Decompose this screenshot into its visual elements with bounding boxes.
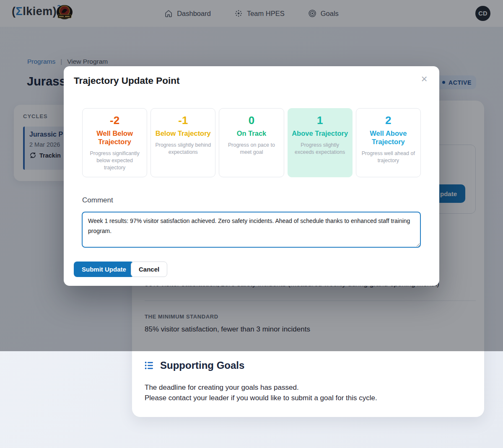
supporting-goals-line1: The deadline for creating your goals has… (145, 382, 377, 393)
list-icon (145, 361, 154, 370)
submit-update-button[interactable]: Submit Update (74, 262, 134, 277)
trajectory-option--1[interactable]: -1Below TrajectoryProgress slightly behi… (150, 108, 215, 177)
app-screen: (Σlkiem)2 Dashboard (0, 0, 503, 448)
trajectory-option--2[interactable]: -2Well Below TrajectoryProgress signific… (82, 108, 147, 177)
option-label: Above Trajectory (292, 129, 348, 137)
option-value: -1 (155, 114, 211, 127)
option-description: Progress well ahead of trajectory (360, 150, 417, 164)
comment-input[interactable] (82, 212, 421, 248)
trajectory-update-modal: Trajectory Update Point × -2Well Below T… (64, 66, 439, 286)
option-description: Progress on pace to meet goal (223, 142, 280, 156)
modal-title: Trajectory Update Point (74, 75, 180, 86)
trajectory-option-1[interactable]: 1Above TrajectoryProgress slightly excee… (288, 108, 353, 177)
supporting-goals-title: Supporting Goals (160, 360, 244, 371)
cancel-button[interactable]: Cancel (131, 262, 167, 277)
option-label: Below Trajectory (155, 129, 211, 137)
trajectory-option-2[interactable]: 2Well Above TrajectoryProgress well ahea… (356, 108, 421, 177)
close-icon[interactable]: × (417, 72, 431, 85)
option-value: 2 (360, 114, 417, 127)
option-label: On Track (223, 129, 280, 137)
option-description: Progress significantly below expected tr… (86, 150, 143, 171)
option-label: Well Above Trajectory (360, 129, 417, 146)
option-value: 1 (292, 114, 348, 127)
comment-label: Comment (82, 196, 113, 205)
trajectory-option-0[interactable]: 0On TrackProgress on pace to meet goal (219, 108, 284, 177)
option-description: Progress slightly exceeds expectations (292, 142, 348, 156)
option-value: -2 (86, 114, 143, 127)
trajectory-options-row: -2Well Below TrajectoryProgress signific… (82, 108, 421, 177)
supporting-goals-message: The deadline for creating your goals has… (145, 382, 377, 403)
option-label: Well Below Trajectory (86, 129, 143, 146)
supporting-goals-line2: Please contact your leader if you would … (145, 393, 377, 403)
option-description: Progress slightly behind expectations (155, 142, 211, 156)
option-value: 0 (223, 114, 280, 127)
